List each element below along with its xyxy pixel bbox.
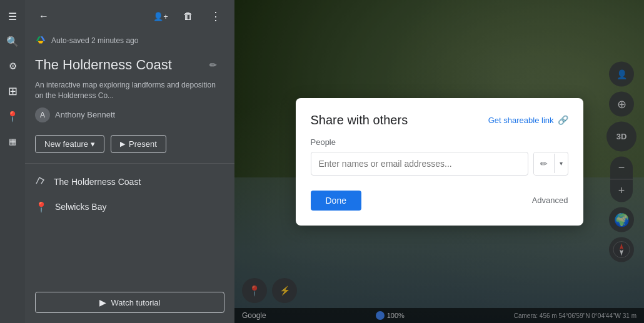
permission-dropdown-button[interactable]: ▾ (554, 154, 568, 173)
pencil-icon: ✏ (540, 159, 548, 169)
pencil-icon: ✏ (209, 60, 217, 70)
get-shareable-link-label: Get shareable link (488, 116, 554, 125)
dialog-overlay: Share with others Get shareable link 🔗 P… (234, 0, 644, 323)
share-dialog-title: Share with others (311, 113, 408, 127)
list-item[interactable]: 📍 Selwicks Bay (25, 195, 234, 219)
more-options-button[interactable]: ⋮ (204, 5, 227, 27)
author-name: Anthony Bennett (55, 110, 115, 119)
add-person-icon: 👤+ (153, 12, 168, 21)
new-feature-label: New feature (44, 139, 88, 149)
search-button[interactable]: 🔍 (1, 30, 24, 52)
watch-tutorial-label: Watch tutorial (111, 298, 161, 307)
get-shareable-link-button[interactable]: Get shareable link 🔗 (488, 115, 568, 125)
advanced-button[interactable]: Advanced (532, 196, 568, 205)
avatar: A (35, 107, 50, 122)
add-layer-icon: ⊞ (8, 84, 18, 98)
play-circle-icon: ▶ (99, 297, 106, 307)
autosave-text: Auto-saved 2 minutes ago (51, 36, 138, 45)
edit-title-button[interactable]: ✏ (202, 54, 224, 76)
present-play-icon: ▶ (120, 140, 125, 148)
sidebar-icon-panel: ☰ 🔍 ⚙ ⊞ 📍 ▦ (0, 0, 25, 323)
delete-button[interactable]: 🗑 (177, 5, 199, 27)
done-button[interactable]: Done (311, 191, 361, 211)
add-person-button[interactable]: 👤+ (149, 5, 172, 27)
action-buttons: New feature ▾ ▶ Present (25, 130, 234, 161)
polygon-icon (35, 175, 46, 189)
back-icon: ← (39, 11, 49, 22)
people-input-row: ✏ ▾ (311, 152, 568, 176)
edit-permission-group: ✏ ▾ (533, 152, 568, 176)
map-title: The Holderness Coast (35, 57, 172, 73)
link-icon: 🔗 (558, 115, 568, 125)
watch-tutorial-area: ▶ Watch tutorial (25, 282, 234, 323)
google-drive-icon (35, 35, 46, 46)
layer-name: Selwicks Bay (55, 202, 106, 212)
dropdown-arrow-icon: ▾ (91, 139, 95, 149)
watch-tutorial-button[interactable]: ▶ Watch tutorial (35, 292, 224, 313)
present-button[interactable]: ▶ Present (111, 135, 166, 153)
delete-icon: 🗑 (183, 11, 193, 22)
layers-list: The Holderness Coast 📍 Selwicks Bay (25, 166, 234, 222)
edit-permission-button[interactable]: ✏ (534, 152, 554, 175)
layer-name: The Holderness Coast (54, 177, 141, 187)
toolbar: ← 👤+ 🗑 ⋮ (25, 0, 234, 32)
autosave-bar: Auto-saved 2 minutes ago (25, 32, 234, 51)
chevron-down-icon: ▾ (560, 160, 563, 167)
present-label: Present (129, 139, 157, 149)
menu-icon: ☰ (8, 11, 17, 22)
share-dialog-footer: Done Advanced (311, 191, 568, 211)
settings-button[interactable]: ⚙ (1, 55, 24, 77)
avatar-initial: A (40, 111, 45, 119)
marker-icon: 📍 (6, 111, 19, 122)
gear-icon: ⚙ (9, 61, 17, 72)
people-input[interactable] (311, 152, 528, 176)
location-pin-icon: 📍 (35, 201, 48, 213)
share-dialog: Share with others Get shareable link 🔗 P… (296, 98, 583, 226)
list-item[interactable]: The Holderness Coast (25, 169, 234, 195)
left-panel: ← 👤+ 🗑 ⋮ Auto-saved 2 minutes ago The Ho… (25, 0, 234, 323)
marker-button[interactable]: 📍 (1, 105, 24, 127)
author-row: A Anthony Bennett (35, 107, 224, 122)
map-area: Share with others Get shareable link 🔗 P… (234, 0, 644, 323)
add-layer-button[interactable]: ⊞ (1, 80, 24, 102)
more-icon: ⋮ (210, 9, 221, 23)
panel-divider (25, 163, 234, 164)
people-label: People (311, 137, 568, 147)
new-feature-button[interactable]: New feature ▾ (35, 135, 104, 153)
menu-button[interactable]: ☰ (1, 5, 24, 27)
ruler-button[interactable]: ▦ (1, 130, 24, 152)
search-icon: 🔍 (6, 36, 19, 47)
map-description: An interactive map exploring landforms a… (35, 80, 224, 101)
back-button[interactable]: ← (33, 5, 55, 27)
map-title-area: The Holderness Coast ✏ An interactive ma… (25, 51, 234, 130)
ruler-icon: ▦ (9, 137, 16, 146)
share-dialog-header: Share with others Get shareable link 🔗 (311, 113, 568, 127)
